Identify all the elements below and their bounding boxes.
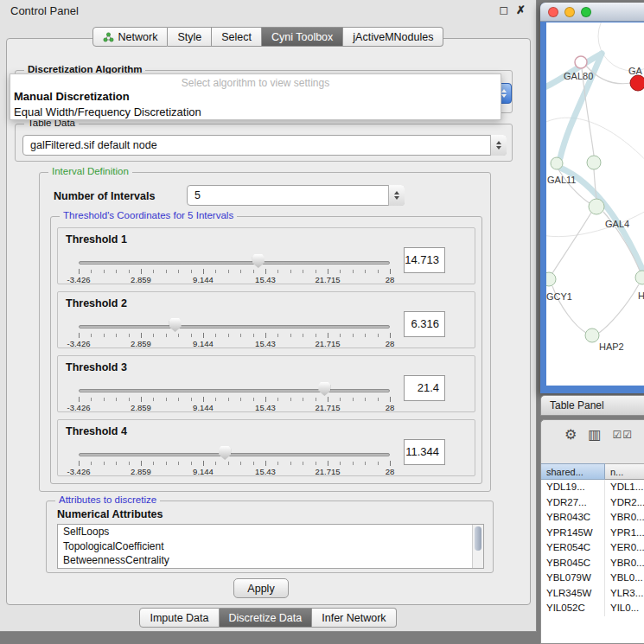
network-window-titlebar[interactable] (540, 3, 644, 22)
table-row[interactable]: YBL079WYBL0... (541, 571, 644, 586)
slider-scale: -3.4262.8599.14415.4321.71528 (79, 339, 390, 348)
tab-discretize-data[interactable]: Discretize Data (220, 608, 313, 628)
table-row[interactable]: YLR345WYLR3... (541, 586, 644, 602)
minimize-traffic-light-icon[interactable] (564, 7, 575, 17)
close-window-icon[interactable]: ✗ (516, 4, 526, 16)
slider-track[interactable] (79, 325, 390, 328)
node-label: GAL80 (564, 71, 593, 81)
table-panel-title: Table Panel (550, 399, 604, 411)
slider-ticks (79, 333, 390, 339)
tab-jactivemnodules[interactable]: jActiveMNodules (343, 27, 443, 47)
number-of-intervals-label: Number of Intervals (54, 190, 155, 202)
network-thick-edge (560, 168, 644, 284)
table-row[interactable]: YER054CYER0... (541, 540, 644, 556)
scale-label: 9.144 (193, 467, 214, 476)
number-of-intervals-dropdown[interactable]: 5 (187, 185, 405, 206)
slider-thumb[interactable] (252, 254, 265, 268)
cell-shared-name: YPR145W (541, 526, 605, 541)
slider-thumb[interactable] (318, 382, 330, 396)
dropdown-stepper-icon[interactable] (490, 135, 507, 156)
scale-label: 21.715 (315, 403, 340, 412)
threshold-slider[interactable]: -3.4262.8599.14415.4321.71528 (79, 386, 390, 413)
table-row[interactable]: YIL052CYIL0... (541, 601, 644, 616)
slider-scale: -3.4262.8599.14415.4321.71528 (79, 275, 390, 284)
table-row[interactable]: YDL19...YDL1... (541, 480, 644, 495)
threshold-value-field[interactable]: 11.344 (404, 439, 445, 465)
tab-infer-network[interactable]: Infer Network (312, 608, 396, 628)
node-hap2[interactable] (585, 328, 599, 342)
threshold-panel: Threshold 114.713-3.4262.8599.14415.4321… (57, 227, 475, 284)
tab-network[interactable]: Network (92, 27, 169, 47)
slider-scale: -3.4262.8599.14415.4321.71528 (79, 403, 390, 412)
slider-track[interactable] (79, 389, 390, 392)
tab-cyni-toolbox[interactable]: Cyni Toolbox (262, 27, 343, 47)
tab-label: Cyni Toolbox (271, 31, 333, 43)
scale-label: 21.715 (315, 275, 340, 284)
threshold-value-field[interactable]: 21.4 (404, 375, 445, 401)
network-icon (103, 32, 114, 42)
scale-label: 15.43 (255, 275, 276, 284)
node-gal11[interactable] (587, 156, 601, 169)
control-panel-titlebar[interactable]: Control Panel ◻ ✗ (0, 0, 536, 21)
table-data-dropdown[interactable]: galFiltered.sif default node (22, 135, 507, 156)
interval-definition-title: Interval Definition (48, 166, 132, 176)
node-gal80[interactable] (575, 56, 587, 68)
algorithm-option[interactable]: Equal Width/Frequency Discretization (10, 105, 501, 120)
threshold-panels: Threshold 114.713-3.4262.8599.14415.4321… (51, 217, 481, 483)
threshold-slider[interactable]: -3.4262.8599.14415.4321.71528 (79, 322, 390, 349)
algorithm-option[interactable]: Manual Discretization (10, 89, 501, 105)
dropdown-stepper-icon[interactable] (388, 185, 405, 206)
numerical-attributes-list[interactable]: SelfLoopsTopologicalCoefficientBetweenne… (57, 524, 484, 569)
table-row[interactable]: YBR045CYBR0... (541, 556, 644, 571)
attributes-scrollbar[interactable] (472, 525, 483, 568)
select-columns-icons[interactable]: ☑☑ (612, 428, 633, 442)
column-header-shared-name[interactable]: shared... (541, 463, 605, 480)
control-panel-window: Control Panel ◻ ✗ Discretization Algorit… (0, 0, 537, 632)
tab-select[interactable]: Select (212, 27, 262, 47)
node-gcy1[interactable] (546, 272, 556, 286)
node-gal4[interactable] (589, 199, 604, 214)
cell-name: YBL0... (605, 571, 644, 586)
zoom-traffic-light-icon[interactable] (581, 7, 591, 17)
threshold-slider[interactable]: -3.4262.8599.14415.4321.71528 (79, 450, 390, 477)
tab-style[interactable]: Style (168, 27, 212, 47)
threshold-value-field[interactable]: 14.713 (404, 247, 445, 273)
attribute-item[interactable]: SelfLoops (58, 525, 483, 539)
threshold-value-field[interactable]: 6.316 (404, 311, 445, 337)
close-traffic-light-icon[interactable] (548, 7, 558, 17)
scale-label: 9.144 (193, 275, 214, 284)
tab-label: jActiveMNodules (353, 31, 433, 43)
node-label: HAP2 (599, 341, 624, 352)
cell-name: YDL1... (605, 480, 644, 495)
threshold-label: Threshold 1 (66, 233, 127, 245)
network-canvas[interactable]: GAL80 GA GAL11 GAL4 GCY1 H HAP2 (546, 22, 644, 386)
slider-track[interactable] (79, 453, 390, 456)
tab-impute-data[interactable]: Impute Data (139, 608, 219, 628)
table-row[interactable]: YBR043CYBR0... (541, 510, 644, 526)
cell-shared-name: YBR045C (541, 556, 605, 571)
node[interactable] (551, 157, 563, 169)
threshold-label: Threshold 2 (66, 297, 127, 309)
node[interactable] (635, 271, 644, 284)
node-selected-red[interactable] (630, 75, 644, 91)
slider-thumb[interactable] (219, 446, 231, 460)
attribute-item[interactable]: BetweennessCentrality (58, 553, 483, 568)
table-panel-titlebar[interactable]: Table Panel (540, 395, 644, 416)
slider-track[interactable] (79, 261, 390, 265)
threshold-slider[interactable]: -3.4262.8599.14415.4321.71528 (79, 258, 390, 285)
threshold-panel: Threshold 411.344-3.4262.8599.14415.4321… (57, 419, 475, 476)
slider-thumb[interactable] (169, 318, 182, 332)
settings-icon[interactable]: ⚙ (564, 428, 577, 442)
column-header-name[interactable]: n... (605, 463, 644, 480)
node-label: GCY1 (546, 291, 572, 302)
float-window-icon[interactable]: ◻ (499, 4, 508, 16)
table-row[interactable]: YDR27...YDR2... (541, 495, 644, 511)
columns-icon[interactable]: ▥ (588, 428, 601, 442)
scrollbar-thumb[interactable] (475, 526, 481, 551)
apply-button[interactable]: Apply (233, 578, 289, 598)
attr-items: SelfLoopsTopologicalCoefficientBetweenne… (58, 525, 483, 568)
algorithm-popup-items: Manual DiscretizationEqual Width/Frequen… (10, 89, 501, 119)
table-row[interactable]: YPR145WYPR1... (541, 526, 644, 541)
attribute-item[interactable]: TopologicalCoefficient (58, 539, 483, 554)
cell-shared-name: YER054C (541, 540, 605, 556)
